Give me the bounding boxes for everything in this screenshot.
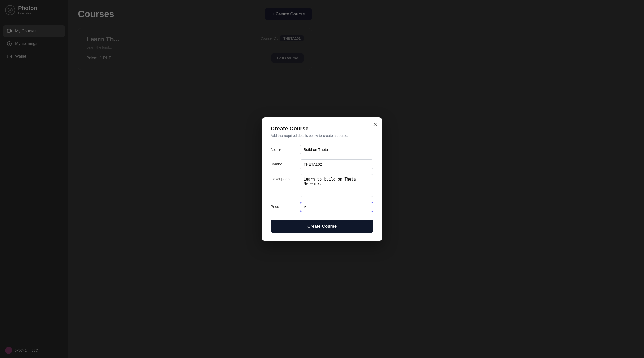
form-row-symbol: Symbol	[271, 159, 322, 169]
name-input[interactable]	[300, 145, 322, 154]
name-label: Name	[271, 145, 296, 151]
modal-overlay[interactable]: ✕ Create Course Add the required details…	[0, 0, 322, 179]
form-row-description: Description Learn to build on Theta Netw…	[271, 174, 322, 179]
description-label: Description	[271, 174, 296, 179]
form-row-name: Name	[271, 145, 322, 154]
modal-subtitle: Add the required details below to create…	[271, 133, 322, 138]
description-input[interactable]: Learn to build on Theta Network.	[300, 174, 322, 179]
symbol-input[interactable]	[300, 159, 322, 169]
modal-title: Create Course	[271, 125, 322, 132]
create-course-modal: ✕ Create Course Add the required details…	[262, 117, 322, 179]
symbol-label: Symbol	[271, 159, 296, 166]
